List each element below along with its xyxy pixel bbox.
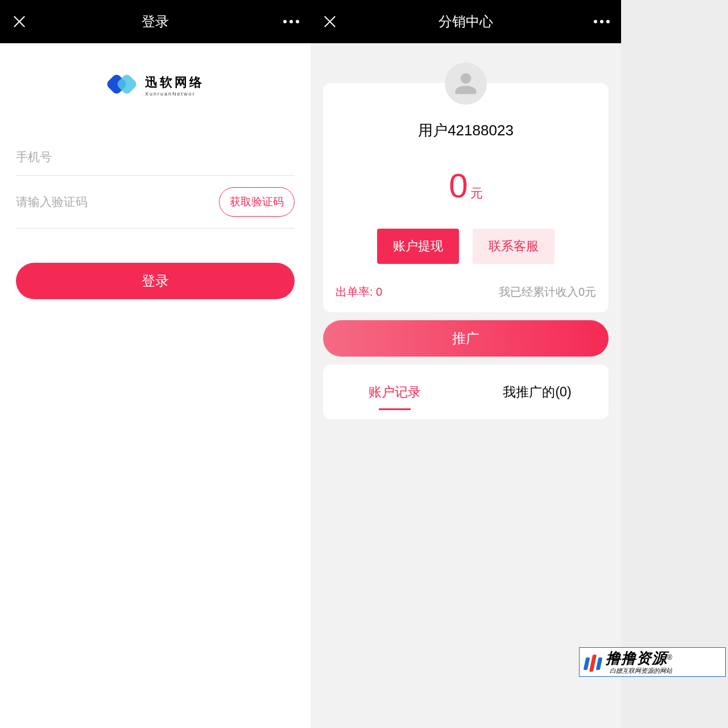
withdraw-button[interactable]: 账户提现 xyxy=(377,229,459,264)
order-rate: 出单率: 0 xyxy=(336,284,382,300)
contact-button[interactable]: 联系客服 xyxy=(473,229,555,264)
avatar[interactable] xyxy=(445,63,487,105)
phone-input[interactable] xyxy=(16,150,295,164)
promote-button[interactable]: 推广 xyxy=(323,320,609,357)
balance: 0 元 xyxy=(336,169,596,203)
get-code-button[interactable]: 获取验证码 xyxy=(219,187,295,217)
username: 用户42188023 xyxy=(336,121,596,140)
login-button[interactable]: 登录 xyxy=(16,263,295,299)
logo-icon xyxy=(106,72,138,99)
more-icon[interactable] xyxy=(283,20,299,23)
tabs: 账户记录 我推广的(0) xyxy=(323,365,609,419)
watermark: 撸撸资源® 白嫖互联网资源的网站 xyxy=(579,647,726,677)
header-left: 登录 xyxy=(0,0,311,43)
balance-unit: 元 xyxy=(470,185,483,202)
page-title: 登录 xyxy=(142,13,169,31)
registered-icon: ® xyxy=(667,653,672,661)
code-input[interactable] xyxy=(16,195,219,209)
page-title: 分销中心 xyxy=(439,13,493,31)
logo-text-cn: 迅软网络 xyxy=(145,74,204,91)
logo: 迅软网络 XunruanNetwor xyxy=(0,43,311,122)
watermark-subtitle: 白嫖互联网资源的网站 xyxy=(610,667,672,675)
logo-text-en: XunruanNetwor xyxy=(145,91,204,97)
close-icon[interactable] xyxy=(322,14,338,30)
cumulative-income: 我已经累计收入0元 xyxy=(499,284,596,300)
person-icon xyxy=(453,71,478,96)
phone-field-row xyxy=(16,139,295,176)
more-icon[interactable] xyxy=(594,20,610,23)
tab-records[interactable]: 账户记录 xyxy=(323,365,466,419)
account-card: 用户42188023 0 元 账户提现 联系客服 出单率: 0 我已经累计收入0… xyxy=(323,83,609,312)
close-icon[interactable] xyxy=(11,14,27,30)
code-field-row: 获取验证码 xyxy=(16,176,295,229)
balance-amount: 0 xyxy=(449,169,468,203)
header-right: 分销中心 xyxy=(311,0,621,43)
watermark-title: 撸撸资源 xyxy=(606,650,667,667)
tab-referrals[interactable]: 我推广的(0) xyxy=(466,365,609,419)
watermark-logo-icon xyxy=(583,652,603,672)
